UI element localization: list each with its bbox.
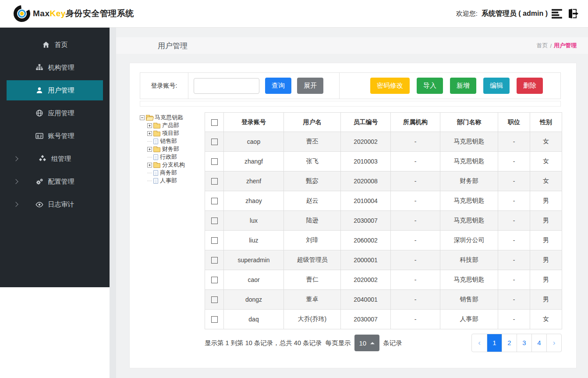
cell-employee-no: 2060002: [341, 231, 391, 250]
chevron-right-icon: [13, 156, 18, 161]
expand-icon[interactable]: [147, 163, 152, 168]
sidebar-item-app-management[interactable]: 应用管理: [7, 103, 103, 123]
table-row[interactable]: zhangf 张飞 2010003 - 马克思钥匙 - 女: [205, 152, 562, 171]
records-suffix-text: 条记录: [383, 339, 402, 347]
column-header-gender[interactable]: 性别: [530, 113, 562, 132]
tree-node[interactable]: 行政部: [147, 153, 205, 161]
cell-gender: 男: [530, 290, 562, 310]
column-header-employee-no[interactable]: 员工编号: [341, 113, 391, 132]
cell-username: 赵云: [284, 191, 341, 211]
expand-icon[interactable]: [147, 147, 152, 152]
expand-button[interactable]: 展开: [297, 78, 323, 94]
column-header-login[interactable]: 登录账号: [224, 113, 284, 132]
tree-connector: [147, 141, 152, 142]
table-row[interactable]: liuz 刘璋 2060002 - 深圳分公司 - 男: [205, 231, 562, 250]
tree-node[interactable]: 销售部: [147, 137, 205, 145]
row-checkbox[interactable]: [211, 178, 218, 185]
tree-node[interactable]: 人事部: [147, 177, 205, 185]
row-checkbox[interactable]: [211, 158, 218, 165]
page-number-button[interactable]: 3: [517, 334, 531, 352]
tree-node-label[interactable]: 分支机构: [162, 161, 185, 169]
sidebar-item-label: 配置管理: [48, 178, 74, 186]
tree-node-label[interactable]: 商务部: [160, 169, 177, 177]
table-row[interactable]: caor 曹仁 2020002 - 马克思钥匙 - 男: [205, 270, 562, 290]
cell-department: 销售部: [440, 290, 498, 310]
row-checkbox[interactable]: [211, 257, 218, 264]
row-checkbox[interactable]: [211, 296, 218, 303]
column-header-department[interactable]: 部门名称: [440, 113, 498, 132]
sidebar-item-org-management[interactable]: 机构管理: [7, 57, 103, 78]
table-row[interactable]: caop 曹丕 2020002 - 马克思钥匙 - 女: [205, 132, 562, 152]
row-checkbox[interactable]: [211, 198, 218, 204]
page-number-button[interactable]: 2: [502, 334, 517, 352]
sidebar-item-config-management[interactable]: 配置管理: [7, 171, 103, 192]
column-header-username[interactable]: 用户名: [284, 113, 341, 132]
delete-button[interactable]: 删除: [517, 78, 543, 94]
tree-node[interactable]: 商务部: [147, 169, 205, 177]
table-row[interactable]: superadmin 超级管理员 2000001 - 科技部 - 男: [205, 250, 562, 270]
tree-node-label[interactable]: 马克思钥匙: [155, 114, 183, 121]
table-row[interactable]: zhaoy 赵云 2010004 - 马克思钥匙 - 男: [205, 191, 562, 211]
next-page-button[interactable]: ›: [546, 334, 561, 352]
query-button[interactable]: 查询: [265, 78, 291, 94]
table-row[interactable]: zhenf 甄宓 2020008 - 财务部 - 女: [205, 171, 562, 191]
tree-node-root[interactable]: 马克思钥匙: [140, 114, 205, 121]
tree-connector: [147, 173, 152, 173]
tree-node[interactable]: 项目部: [147, 129, 205, 137]
tree-node-label[interactable]: 项目部: [162, 129, 179, 137]
collapse-icon[interactable]: [140, 115, 145, 120]
sidebar-item-group-management[interactable]: 组管理: [7, 149, 103, 169]
row-checkbox[interactable]: [211, 218, 218, 224]
page-number-button[interactable]: 1: [487, 334, 502, 352]
login-account-label: 登录账号:: [140, 73, 188, 99]
change-password-button[interactable]: 密码修改: [370, 78, 410, 94]
cell-organization: -: [391, 270, 440, 290]
id-card-icon: [35, 132, 43, 140]
cell-gender: 男: [530, 270, 562, 290]
tree-node[interactable]: 财务部: [147, 145, 205, 153]
sidebar-item-user-management[interactable]: 用户管理: [7, 80, 103, 100]
chevron-right-icon: [13, 202, 18, 207]
brand-logo[interactable]: MaxKey身份安全管理系统: [13, 5, 134, 22]
records-info-text: 显示第 1 到第 10 条记录，总共 40 条记录: [205, 339, 322, 347]
row-checkbox[interactable]: [211, 237, 218, 244]
prev-page-button[interactable]: ‹: [472, 334, 487, 352]
import-button[interactable]: 导入: [417, 78, 443, 94]
sidebar-item-label: 首页: [55, 41, 68, 49]
logout-icon[interactable]: [567, 8, 578, 19]
menu-bars-icon[interactable]: [552, 8, 563, 19]
sidebar-item-log-audit[interactable]: 日志审计: [7, 194, 103, 214]
tree-node-label[interactable]: 行政部: [160, 153, 177, 161]
row-checkbox[interactable]: [211, 316, 218, 323]
cell-department: 马克思钥匙: [440, 132, 498, 152]
page-number-button[interactable]: 4: [531, 334, 546, 352]
tree-node-label[interactable]: 销售部: [160, 137, 177, 145]
row-checkbox[interactable]: [211, 277, 218, 283]
cell-position: -: [498, 152, 530, 171]
breadcrumb-home-link[interactable]: 首页: [536, 42, 548, 50]
cell-username: 曹仁: [284, 270, 341, 290]
expand-icon[interactable]: [147, 131, 152, 136]
table-row[interactable]: lux 陆逊 2030007 - 马克思钥匙 - 男: [205, 211, 562, 231]
edit-button[interactable]: 编辑: [483, 78, 510, 94]
tree-node[interactable]: 分支机构: [147, 161, 205, 169]
row-checkbox[interactable]: [211, 139, 218, 145]
table-row[interactable]: daq 大乔(乔玮) 2030007 - 人事部 - 女: [205, 310, 562, 329]
tree-node-label[interactable]: 产品部: [162, 121, 179, 129]
expand-icon[interactable]: [147, 123, 152, 128]
cell-position: -: [498, 191, 530, 211]
table-row[interactable]: dongz 董卓 2040001 - 销售部 - 男: [205, 290, 562, 310]
column-header-organization[interactable]: 所属机构: [391, 113, 440, 132]
select-all-checkbox[interactable]: [211, 119, 218, 126]
tree-node[interactable]: 产品部: [147, 121, 205, 129]
column-header-position[interactable]: 职位: [498, 113, 530, 132]
tree-node-label[interactable]: 财务部: [162, 145, 179, 153]
tree-node-label[interactable]: 人事部: [160, 177, 177, 185]
cell-login: superadmin: [224, 250, 284, 270]
sidebar-item-home[interactable]: 首页: [7, 35, 103, 55]
login-account-input[interactable]: [194, 78, 259, 94]
sidebar-item-account-management[interactable]: 账号管理: [7, 126, 103, 146]
add-button[interactable]: 新增: [450, 78, 476, 94]
file-icon: [153, 139, 158, 144]
page-size-dropdown[interactable]: 10: [354, 335, 380, 351]
